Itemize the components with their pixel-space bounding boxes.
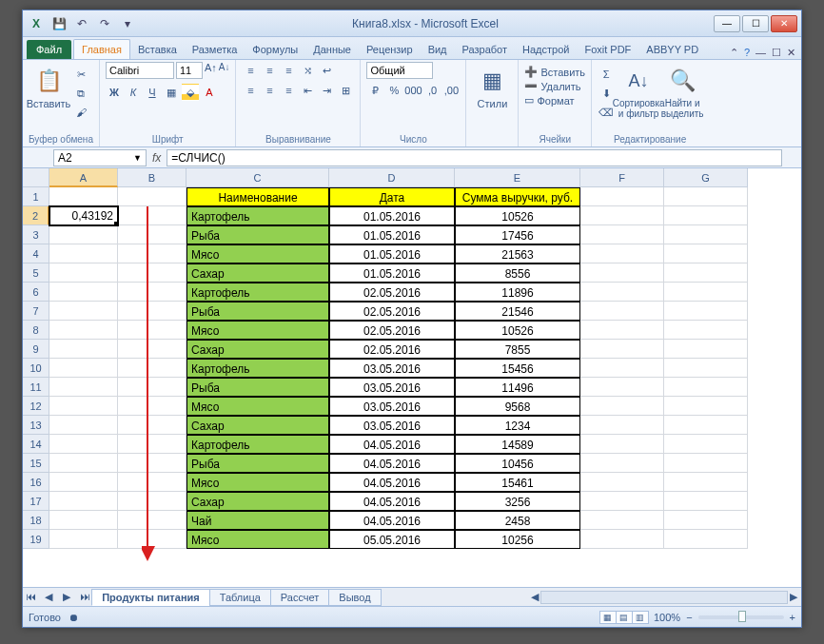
cell[interactable]: [118, 263, 186, 283]
sheet-tab[interactable]: Вывод: [328, 589, 381, 606]
cell[interactable]: [118, 492, 186, 511]
table-row-sum[interactable]: 2458: [455, 511, 580, 530]
align-left-icon[interactable]: ≡: [242, 82, 259, 99]
cell[interactable]: [49, 378, 118, 397]
table-row-sum[interactable]: 11496: [455, 378, 580, 397]
table-row-sum[interactable]: 17456: [455, 225, 580, 244]
cell[interactable]: [118, 187, 186, 206]
align-right-icon[interactable]: ≡: [280, 82, 297, 99]
cell[interactable]: [49, 263, 118, 283]
table-row-name[interactable]: Мясо: [186, 321, 329, 340]
table-row-name[interactable]: Сахар: [186, 263, 329, 283]
fill-color-icon[interactable]: ⬙: [182, 84, 199, 101]
cut-icon[interactable]: ✂: [72, 66, 89, 83]
tab-abbyy[interactable]: ABBYY PD: [638, 40, 706, 59]
cell[interactable]: [49, 397, 118, 416]
zoom-out-icon[interactable]: −: [686, 612, 692, 623]
cell[interactable]: [664, 435, 748, 454]
cell[interactable]: [580, 416, 664, 435]
cell[interactable]: [580, 321, 664, 340]
cell[interactable]: [664, 473, 748, 492]
row-header[interactable]: 19: [23, 530, 49, 549]
cell[interactable]: [118, 454, 186, 473]
cell[interactable]: [664, 492, 748, 511]
currency-icon[interactable]: ₽: [366, 82, 383, 99]
row-header[interactable]: 15: [23, 454, 49, 473]
table-row-date[interactable]: 03.05.2016: [329, 397, 455, 416]
cell[interactable]: [118, 473, 186, 492]
tab-file[interactable]: Файл: [27, 40, 71, 59]
qat-dropdown-icon[interactable]: ▾: [118, 14, 137, 33]
cell[interactable]: [664, 206, 748, 225]
row-header[interactable]: 10: [23, 359, 49, 378]
cell[interactable]: [580, 435, 664, 454]
cell[interactable]: [118, 359, 186, 378]
zoom-slider[interactable]: [698, 615, 784, 619]
cell[interactable]: [49, 530, 118, 549]
row-header[interactable]: 12: [23, 397, 49, 416]
table-row-name[interactable]: Картофель: [186, 206, 329, 225]
row-header[interactable]: 17: [23, 492, 49, 511]
active-cell[interactable]: 0,43192: [49, 206, 118, 225]
tab-data[interactable]: Данные: [305, 40, 359, 59]
cell[interactable]: [580, 378, 664, 397]
sheet-nav-next-icon[interactable]: ▶: [59, 591, 74, 603]
cell[interactable]: [118, 530, 186, 549]
cell[interactable]: [664, 187, 748, 206]
percent-icon[interactable]: %: [385, 82, 402, 99]
cell[interactable]: [664, 283, 748, 302]
orientation-icon[interactable]: ⤭: [299, 62, 316, 79]
align-center-icon[interactable]: ≡: [261, 82, 278, 99]
close-button[interactable]: ✕: [771, 15, 797, 32]
number-format-select[interactable]: [366, 62, 433, 79]
font-color-icon[interactable]: A: [201, 84, 218, 101]
cell[interactable]: [118, 225, 186, 244]
row-header[interactable]: 1: [23, 187, 49, 206]
table-row-sum[interactable]: 10526: [455, 206, 580, 225]
cell[interactable]: [664, 397, 748, 416]
border-icon[interactable]: ▦: [163, 84, 180, 101]
fx-icon[interactable]: fx: [152, 151, 161, 165]
align-top-icon[interactable]: ≡: [242, 62, 259, 79]
cell[interactable]: [580, 225, 664, 244]
cell[interactable]: [580, 473, 664, 492]
tab-foxit[interactable]: Foxit PDF: [577, 40, 638, 59]
copy-icon[interactable]: ⧉: [72, 85, 89, 102]
help-icon[interactable]: ?: [744, 47, 750, 59]
cell[interactable]: [580, 397, 664, 416]
cell[interactable]: [580, 340, 664, 359]
row-header[interactable]: 7: [23, 302, 49, 321]
table-row-name[interactable]: Картофель: [186, 359, 329, 378]
column-header[interactable]: A: [49, 168, 118, 187]
paste-button[interactable]: 📋 Вставить: [29, 62, 69, 109]
window-restore-icon[interactable]: ☐: [772, 47, 781, 59]
cell[interactable]: [664, 302, 748, 321]
row-header[interactable]: 9: [23, 340, 49, 359]
row-header[interactable]: 6: [23, 283, 49, 302]
table-row-sum[interactable]: 11896: [455, 283, 580, 302]
table-row-date[interactable]: 03.05.2016: [329, 416, 455, 435]
column-header[interactable]: B: [118, 168, 186, 187]
table-header[interactable]: Наименование: [186, 187, 329, 206]
cell[interactable]: [664, 416, 748, 435]
horizontal-scrollbar[interactable]: [540, 591, 788, 604]
cell[interactable]: [580, 359, 664, 378]
cell[interactable]: [664, 321, 748, 340]
minimize-button[interactable]: —: [714, 15, 740, 32]
increase-indent-icon[interactable]: ⇥: [318, 82, 335, 99]
font-size-input[interactable]: [176, 62, 203, 79]
column-header[interactable]: F: [580, 168, 664, 187]
sheet-tab[interactable]: Таблица: [209, 589, 271, 606]
cell[interactable]: [49, 244, 118, 263]
view-buttons[interactable]: ▦▤▥: [599, 611, 648, 624]
fill-handle[interactable]: [114, 222, 118, 225]
cell[interactable]: [664, 340, 748, 359]
decrease-decimal-icon[interactable]: ,00: [442, 82, 460, 99]
table-row-name[interactable]: Мясо: [186, 244, 329, 263]
cell[interactable]: [580, 530, 664, 549]
table-row-date[interactable]: 04.05.2016: [329, 511, 455, 530]
decrease-indent-icon[interactable]: ⇤: [299, 82, 316, 99]
table-row-name[interactable]: Мясо: [186, 473, 329, 492]
table-row-date[interactable]: 04.05.2016: [329, 492, 455, 511]
tab-layout[interactable]: Разметка: [185, 40, 245, 59]
